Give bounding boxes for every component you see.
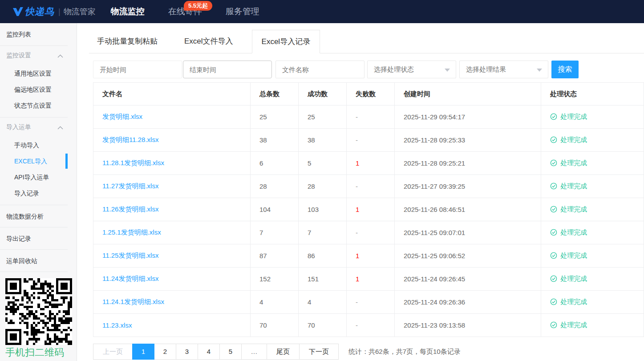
next-page-button[interactable]: 下一页 <box>299 344 339 360</box>
check-circle-icon <box>550 159 560 166</box>
table-row: 11.28.1发货明细.xlsx 6 5 1 2025-11-28 09:25:… <box>93 152 644 175</box>
status-label: 处理完成 <box>560 275 587 282</box>
total-value: 28 <box>251 175 299 198</box>
import-records-table: 文件名 总条数 成功数 失败数 创建时间 处理状态 发货明细.xlsx 25 2… <box>93 82 644 337</box>
sidebar-item-excel-import[interactable]: EXCEL导入 <box>0 153 68 169</box>
app-logo[interactable]: 快递鸟 | 物流管家 <box>13 5 96 18</box>
page-button-2[interactable]: 2 <box>154 344 176 360</box>
last-page-button[interactable]: 尾页 <box>267 344 300 360</box>
sidebar-item-status-node-settings[interactable]: 状态节点设置 <box>0 97 68 114</box>
check-circle-icon <box>550 113 560 120</box>
tab-bar: 手动批量复制粘贴 Excel文件导入 Excel导入记录 <box>89 30 644 53</box>
nav-item-logistics-monitoring[interactable]: 物流监控 <box>111 0 145 23</box>
file-link[interactable]: 11.23.xlsx <box>102 321 132 329</box>
page-button-4[interactable]: 4 <box>198 344 220 360</box>
tab-manual-batch-copy-paste[interactable]: 手动批量复制粘贴 <box>89 30 166 53</box>
success-value: 86 <box>299 244 347 268</box>
created-value: 2025-11-27 09:39:25 <box>395 175 541 198</box>
pagination: 上一页 1 2 3 4 5 … 尾页 下一页 统计：共62条，共7页，每页10条… <box>93 344 644 360</box>
process-result-select-value: 选择处理结果 <box>466 65 506 74</box>
page-button-1[interactable]: 1 <box>132 344 154 360</box>
sidebar-group-header-import-waybill[interactable]: 导入运单 <box>0 118 68 137</box>
fail-value: - <box>347 221 395 244</box>
start-time-input[interactable] <box>93 61 182 78</box>
total-value: 25 <box>251 105 299 129</box>
check-circle-icon <box>550 182 560 190</box>
process-status-select-value: 选择处理状态 <box>374 65 414 74</box>
main-content: 手动批量复制粘贴 Excel文件导入 Excel导入记录 选择处理状态 选择处理… <box>77 23 644 361</box>
sidebar-item-logistics-data-analysis[interactable]: 物流数据分析 <box>0 205 68 227</box>
success-value: 38 <box>299 129 347 152</box>
fail-value: 1 <box>347 198 395 221</box>
sidebar-group-header-monitor-settings[interactable]: 监控设置 <box>0 46 68 65</box>
tab-excel-import-records[interactable]: Excel导入记录 <box>252 30 320 53</box>
status-label: 处理完成 <box>560 136 587 143</box>
sidebar: 监控列表 监控设置 通用地区设置 偏远地区设置 状态节点设置 导入运单 <box>0 23 77 361</box>
file-link[interactable]: 11.27发货明细.xlsx <box>102 182 158 190</box>
chevron-up-icon <box>57 124 63 131</box>
created-value: 2025-11-28 09:25:33 <box>395 129 541 152</box>
qr-caption-line1: 手机扫二维码 <box>5 346 68 358</box>
created-value: 2025-11-24 09:26:45 <box>395 268 541 291</box>
table-row: 11.25发货明细.xlsx 87 86 1 2025-11-25 09:06:… <box>93 244 644 268</box>
file-link[interactable]: 发货明细11.28.xlsx <box>102 136 158 143</box>
success-value: 151 <box>299 268 347 291</box>
table-row: 11.27发货明细.xlsx 28 28 - 2025-11-27 09:39:… <box>93 175 644 198</box>
sidebar-item-general-region-settings[interactable]: 通用地区设置 <box>0 65 68 81</box>
page-ellipsis[interactable]: … <box>241 344 267 360</box>
file-link[interactable]: 11.28.1发货明细.xlsx <box>102 159 164 166</box>
status-label: 处理完成 <box>560 113 587 120</box>
file-link[interactable]: 发货明细.xlsx <box>102 113 142 120</box>
success-value: 5 <box>299 152 347 175</box>
file-link[interactable]: 11.25发货明细.xlsx <box>102 251 158 259</box>
process-status-select[interactable]: 选择处理状态 <box>367 61 456 78</box>
price-badge: 5.5元起 <box>184 1 212 11</box>
qr-code <box>5 278 72 345</box>
end-time-input[interactable] <box>183 61 272 78</box>
sidebar-item-monitor-list[interactable]: 监控列表 <box>0 23 68 46</box>
created-value: 2025-11-23 09:13:58 <box>395 314 541 337</box>
file-link[interactable]: 11.24发货明细.xlsx <box>102 275 158 282</box>
sidebar-item-export-records[interactable]: 导出记录 <box>0 227 68 250</box>
fail-value: - <box>347 105 395 129</box>
created-value: 2025-11-25 09:06:52 <box>395 244 541 268</box>
success-value: 28 <box>299 175 347 198</box>
caret-down-icon <box>445 69 450 72</box>
page-button-3[interactable]: 3 <box>176 344 198 360</box>
created-value: 2025-11-28 09:25:21 <box>395 152 541 175</box>
file-link[interactable]: 1.25.1发货明细.xlsx <box>102 228 161 236</box>
process-result-select[interactable]: 选择处理结果 <box>459 61 548 78</box>
check-circle-icon <box>550 205 560 213</box>
col-header-success: 成功数 <box>299 83 347 105</box>
check-circle-icon <box>550 275 560 282</box>
file-name-input[interactable] <box>275 61 365 78</box>
caret-down-icon <box>537 69 542 72</box>
qr-block: 手机扫二维码 登录移动版 <box>0 272 68 361</box>
status-label: 处理完成 <box>560 251 587 259</box>
sidebar-item-import-records[interactable]: 导入记录 <box>0 185 68 201</box>
search-button[interactable]: 搜索 <box>551 61 579 78</box>
tab-excel-file-import[interactable]: Excel文件导入 <box>176 30 241 53</box>
table-row: 1.25.1发货明细.xlsx 7 7 - 2025-11-25 09:07:0… <box>93 221 644 244</box>
fail-value: 1 <box>347 152 395 175</box>
group-label: 导入运单 <box>6 123 31 131</box>
col-header-created: 创建时间 <box>395 83 541 105</box>
total-value: 7 <box>251 221 299 244</box>
success-value: 4 <box>299 291 347 314</box>
sidebar-item-manual-import[interactable]: 手动导入 <box>0 137 68 153</box>
sidebar-item-remote-region-settings[interactable]: 偏远地区设置 <box>0 81 68 97</box>
total-value: 87 <box>251 244 299 268</box>
status-label: 处理完成 <box>560 298 587 305</box>
created-value: 2025-11-25 09:07:01 <box>395 221 541 244</box>
table-row: 11.23.xlsx 70 70 - 2025-11-23 09:13:58 处… <box>93 314 644 337</box>
sidebar-item-waybill-recycle-bin[interactable]: 运单回收站 <box>0 250 68 272</box>
sidebar-group-import-waybill: 导入运单 手动导入 EXCEL导入 API导入运单 导入记录 <box>0 118 68 205</box>
file-link[interactable]: 11.24.1发货明细.xlsx <box>102 298 164 305</box>
fail-value: 1 <box>347 268 395 291</box>
nav-item-service-management[interactable]: 服务管理 <box>226 0 259 23</box>
check-circle-icon <box>550 321 560 329</box>
sidebar-item-api-import[interactable]: API导入运单 <box>0 169 68 185</box>
page-button-5[interactable]: 5 <box>219 344 242 360</box>
file-link[interactable]: 11.26发货明细.xlsx <box>102 205 158 213</box>
prev-page-button[interactable]: 上一页 <box>93 344 133 360</box>
